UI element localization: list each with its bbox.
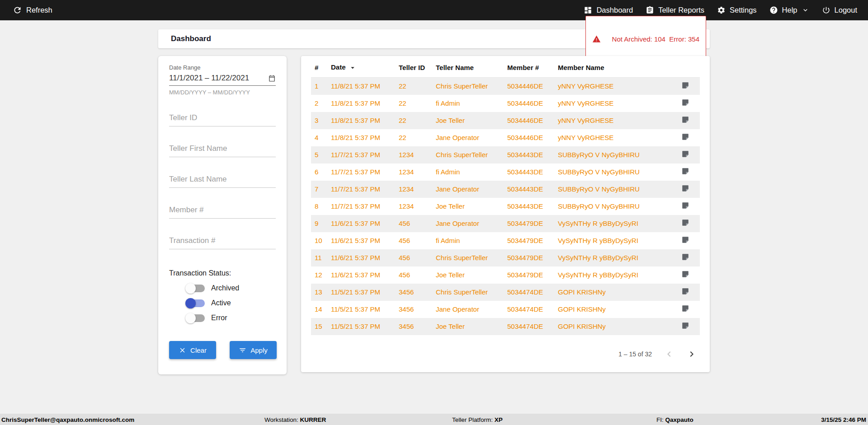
cell-teller-id: 456	[395, 249, 432, 266]
note-icon[interactable]	[681, 167, 689, 175]
col-member-name[interactable]: Member Name	[554, 57, 671, 78]
note-icon[interactable]	[681, 253, 689, 261]
cell-teller-name: fi Admin	[432, 95, 504, 112]
cell-teller-name: Chris SuperTeller	[432, 284, 504, 301]
table-row[interactable]: 6 11/7/21 5:37 PM 1234 fi Admin 5034443D…	[311, 163, 700, 181]
transaction-number-input[interactable]	[169, 232, 276, 249]
teller-id-input[interactable]	[169, 109, 276, 126]
table-row[interactable]: 4 11/8/21 5:37 PM 22 Jane Operator 50344…	[311, 129, 700, 146]
cell-teller-name: Joe Teller	[432, 112, 504, 129]
col-date[interactable]: Date	[327, 57, 395, 78]
cell-teller-name: Joe Teller	[432, 198, 504, 215]
note-icon[interactable]	[681, 150, 689, 158]
col-teller-name[interactable]: Teller Name	[432, 57, 504, 78]
note-icon[interactable]	[681, 287, 689, 295]
cell-member-number: 5034446DE	[504, 78, 554, 95]
table-row[interactable]: 3 11/8/21 5:37 PM 22 Joe Teller 5034446D…	[311, 112, 700, 129]
table-row[interactable]: 11 11/6/21 5:37 PM 456 Chris SuperTeller…	[311, 249, 700, 266]
cell-teller-name: Jane Operator	[432, 215, 504, 232]
cell-row-number: 13	[311, 284, 327, 301]
table-row[interactable]: 8 11/7/21 5:37 PM 1234 Joe Teller 503444…	[311, 198, 700, 215]
note-icon[interactable]	[681, 98, 689, 107]
cell-member-number: 5034474DE	[504, 318, 554, 335]
note-icon[interactable]	[681, 81, 689, 89]
table-row[interactable]: 14 11/5/21 5:37 PM 3456 Jane Operator 50…	[311, 301, 700, 318]
cell-note	[671, 129, 700, 146]
cell-member-name: yNNY VyRGHESE	[554, 129, 671, 146]
dashboard-icon	[584, 6, 592, 14]
nav-logout-label: Logout	[835, 6, 857, 14]
col-date-label: Date	[331, 63, 346, 71]
gear-icon	[717, 6, 726, 14]
cell-member-name: VySyNTHy R yBByDySyRI	[554, 249, 671, 266]
cell-member-name: SUBByRyO V NyGyBHIRU	[554, 198, 671, 215]
apply-button[interactable]: Apply	[230, 341, 277, 359]
cell-teller-name: Jane Operator	[432, 129, 504, 146]
nav-settings[interactable]: Settings	[711, 0, 763, 20]
status-toggle[interactable]	[186, 299, 205, 307]
table-row[interactable]: 5 11/7/21 5:37 PM 1234 Chris SuperTeller…	[311, 146, 700, 163]
nav-logout[interactable]: Logout	[816, 0, 863, 20]
table-row[interactable]: 12 11/6/21 5:37 PM 456 Joe Teller 503447…	[311, 266, 700, 284]
cell-note	[671, 78, 700, 95]
cell-row-number: 1	[311, 78, 327, 95]
refresh-button[interactable]: Refresh	[6, 0, 59, 20]
member-number-input[interactable]	[169, 201, 276, 219]
teller-first-name-input[interactable]	[169, 140, 276, 157]
note-icon[interactable]	[681, 270, 689, 278]
table-row[interactable]: 13 11/5/21 5:37 PM 3456 Chris SuperTelle…	[311, 284, 700, 301]
content-row: Date Range MM/DD/YYYY – MM/DD/YYYY Trans…	[158, 56, 710, 374]
col-member-number[interactable]: Member #	[504, 57, 554, 78]
next-page-button[interactable]	[686, 349, 697, 360]
nav-help[interactable]: Help	[763, 0, 816, 20]
date-range-input[interactable]	[169, 74, 268, 83]
cell-note	[671, 112, 700, 129]
cell-date: 11/6/21 5:37 PM	[327, 232, 395, 249]
calendar-icon[interactable]	[268, 75, 276, 82]
cell-member-number: 5034446DE	[504, 112, 554, 129]
alert-text: Not Archived: 104 Error: 354	[612, 35, 699, 43]
cell-note	[671, 318, 700, 335]
cell-member-name: SUBByRyO V NyGyBHIRU	[554, 163, 671, 181]
table-row[interactable]: 1 11/8/21 5:37 PM 22 Chris SuperTeller 5…	[311, 78, 700, 95]
help-icon	[769, 6, 778, 14]
workstation-info: Workstation: KURRER	[264, 416, 326, 423]
cell-date: 11/8/21 5:37 PM	[327, 95, 395, 112]
table-row[interactable]: 7 11/7/21 5:37 PM 1234 Jane Operator 503…	[311, 181, 700, 198]
teller-last-name-input[interactable]	[169, 171, 276, 188]
table-row[interactable]: 10 11/6/21 5:37 PM 456 fi Admin 5034479D…	[311, 232, 700, 249]
table-row[interactable]: 9 11/6/21 5:37 PM 456 Jane Operator 5034…	[311, 215, 700, 232]
note-icon[interactable]	[681, 322, 689, 330]
note-icon[interactable]	[681, 304, 689, 313]
cell-row-number: 4	[311, 129, 327, 146]
clear-button-label: Clear	[190, 346, 207, 354]
table-row[interactable]: 15 11/5/21 5:37 PM 3456 Joe Teller 50344…	[311, 318, 700, 335]
status-toggle[interactable]	[186, 285, 205, 292]
cell-date: 11/6/21 5:37 PM	[327, 266, 395, 284]
note-icon[interactable]	[681, 133, 689, 141]
clipboard-icon	[646, 6, 654, 14]
archive-error-alert[interactable]: Not Archived: 104 Error: 354	[585, 16, 706, 62]
cell-date: 11/8/21 5:37 PM	[327, 129, 395, 146]
note-icon[interactable]	[681, 184, 689, 192]
date-range-hint: MM/DD/YYYY – MM/DD/YYYY	[169, 89, 276, 96]
col-teller-id[interactable]: Teller ID	[395, 57, 432, 78]
status-toggle[interactable]	[186, 314, 205, 322]
cell-teller-name: fi Admin	[432, 232, 504, 249]
cell-note	[671, 198, 700, 215]
cell-teller-name: Jane Operator	[432, 181, 504, 198]
note-icon[interactable]	[681, 201, 689, 210]
cell-note	[671, 95, 700, 112]
note-icon[interactable]	[681, 116, 689, 124]
previous-page-button[interactable]	[664, 349, 675, 360]
page-header-bar: Dashboard Not Archived: 104 Error: 354	[158, 29, 710, 48]
workstation-label: Workstation:	[264, 416, 298, 423]
power-icon	[822, 6, 830, 14]
status-toggle-label: Error	[211, 314, 227, 322]
clear-button[interactable]: Clear	[169, 341, 216, 359]
main-content: Dashboard Not Archived: 104 Error: 354 D…	[158, 29, 710, 374]
cell-member-name: GOPI KRISHNy	[554, 301, 671, 318]
note-icon[interactable]	[681, 236, 689, 244]
table-row[interactable]: 2 11/8/21 5:37 PM 22 fi Admin 5034446DE …	[311, 95, 700, 112]
note-icon[interactable]	[681, 219, 689, 227]
